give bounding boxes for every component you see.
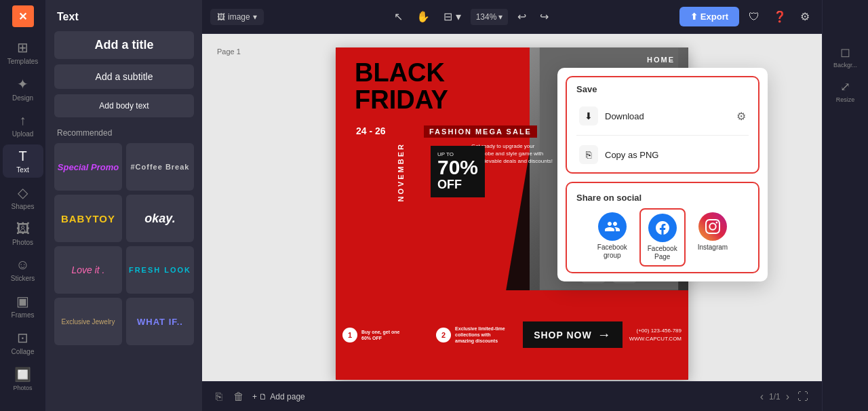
- text-panel: Text Add a title Add a subtitle Add body…: [46, 0, 202, 411]
- frames-icon: ▣: [16, 293, 29, 309]
- font-coffee-break[interactable]: #Coffee Break: [126, 143, 194, 191]
- prev-page-button[interactable]: ‹: [760, 391, 764, 403]
- dates-text: 24 - 26: [356, 125, 386, 136]
- facebook-page-circle: [648, 214, 677, 242]
- font-babytoy[interactable]: BABYTOY: [54, 195, 122, 242]
- sidebar-item-text[interactable]: T Text: [3, 144, 43, 178]
- next-page-button[interactable]: ›: [786, 391, 789, 403]
- fullscreen-button[interactable]: ⛶: [795, 388, 811, 406]
- view-mode-button[interactable]: ⊟ ▾: [439, 7, 465, 26]
- copy-as-png-label: Copy as PNG: [605, 150, 658, 160]
- font-what-if[interactable]: WHAT IF..: [126, 298, 194, 345]
- fashion-mega-sale: FASHION MEGA SALE: [424, 125, 537, 138]
- facebook-page-label: FacebookPage: [648, 245, 677, 261]
- export-button[interactable]: ⬆ Export: [679, 7, 739, 26]
- photos2-icon: 🔲: [14, 366, 31, 383]
- sidebar-item-collage[interactable]: ⊡ Collage: [3, 326, 43, 359]
- right-panel-background[interactable]: ◻ Backgr...: [825, 41, 867, 73]
- social-icons-row: Facebookgroup FacebookPage Instagram: [572, 208, 753, 267]
- panel-title: Text: [46, 0, 202, 28]
- sidebar-item-design[interactable]: ✦ Design: [3, 72, 43, 106]
- sidebar-item-label: Templates: [7, 58, 39, 65]
- add-subtitle-button[interactable]: Add a subtitle: [54, 64, 194, 89]
- font-special-promo[interactable]: Special Promo: [54, 143, 122, 191]
- sidebar-item-label: Photos: [13, 385, 32, 391]
- delete-page-button[interactable]: 🗑: [231, 388, 247, 406]
- sidebar-item-label: Design: [12, 94, 33, 102]
- facebook-page-item[interactable]: FacebookPage: [639, 208, 686, 267]
- sidebar-item-label: Collage: [12, 348, 35, 355]
- sidebar-item-templates[interactable]: ⊞ Templates: [3, 35, 43, 69]
- collage-icon: ⊡: [17, 330, 28, 346]
- stickers-icon: ☺: [16, 257, 29, 273]
- facebook-group-item[interactable]: Facebookgroup: [591, 208, 634, 267]
- sidebar: ✕ ⊞ Templates ✦ Design ↑ Upload T Text ◇…: [0, 0, 46, 411]
- instagram-item[interactable]: Instagram: [691, 208, 734, 267]
- font-exclusive-jewelry[interactable]: Exclusive Jewelry: [54, 298, 122, 345]
- grab-tool-button[interactable]: ✋: [412, 7, 434, 26]
- add-page-icon: + 🗋: [252, 392, 267, 402]
- facebook-group-label: Facebookgroup: [597, 243, 627, 260]
- sidebar-item-frames[interactable]: ▣ Frames: [3, 289, 43, 323]
- font-love-it[interactable]: Love it .: [54, 246, 122, 294]
- step2-text: Exclusive limited-timecollections witham…: [455, 326, 505, 344]
- download-item[interactable]: ⬇ Download ⚙: [570, 100, 755, 132]
- background-icon: ◻: [840, 45, 850, 60]
- sidebar-item-label: Stickers: [11, 275, 35, 282]
- right-panel-resize[interactable]: ⤢ Resize: [825, 75, 867, 107]
- help-button[interactable]: ❓: [769, 7, 791, 26]
- add-title-button[interactable]: Add a title: [54, 31, 194, 59]
- add-page-button[interactable]: + 🗋 Add page: [252, 392, 305, 402]
- font-fresh-look[interactable]: FRESH LOOK: [126, 246, 194, 294]
- font-okay[interactable]: okay.: [126, 195, 194, 242]
- toolbar: 🖼 image ▾ ↖ ✋ ⊟ ▾ 134% ▾ ↩ ↪ ⬆ Export 🛡 …: [202, 0, 822, 34]
- black-text: BLACK: [355, 60, 448, 87]
- save-section: Save ⬇ Download ⚙ ⎘ Copy as PNG: [566, 76, 760, 174]
- shield-icon-button[interactable]: 🛡: [745, 8, 764, 26]
- image-mode-button[interactable]: 🖼 image ▾: [210, 9, 264, 25]
- sidebar-item-photos2[interactable]: 🔲 Photos: [3, 362, 43, 395]
- app-logo: ✕: [12, 5, 34, 27]
- main-area: 🖼 image ▾ ↖ ✋ ⊟ ▾ 134% ▾ ↩ ↪ ⬆ Export 🛡 …: [202, 0, 822, 411]
- sidebar-item-photos[interactable]: 🖼 Photos: [3, 217, 43, 250]
- copy-as-png-item[interactable]: ⎘ Copy as PNG: [570, 138, 755, 171]
- social-section: Share on social Facebookgroup FacebookPa…: [566, 182, 760, 273]
- zoom-control[interactable]: 134% ▾: [471, 9, 509, 25]
- save-header: Save: [567, 77, 758, 98]
- redo-button[interactable]: ↪: [536, 7, 553, 26]
- page-label: Page 1: [217, 47, 241, 56]
- text-icon: T: [18, 149, 26, 164]
- add-body-button[interactable]: Add body text: [54, 94, 194, 117]
- background-label: Backgr...: [833, 62, 857, 68]
- pagination: ‹ 1/1 › ⛶: [760, 388, 811, 406]
- chevron-down-icon: ▾: [498, 12, 502, 22]
- bottom-bar: ⎘ 🗑 + 🗋 Add page ‹ 1/1 › ⛶: [202, 381, 822, 411]
- settings-icon[interactable]: ⚙: [736, 110, 746, 123]
- sidebar-item-label: Text: [16, 166, 28, 174]
- duplicate-page-button[interactable]: ⎘: [213, 388, 225, 406]
- friday-text: FRIDAY: [355, 87, 448, 114]
- sidebar-item-shapes[interactable]: ◇ Shapes: [3, 180, 43, 214]
- step1-number: 1: [342, 328, 357, 342]
- download-icon: ⬇: [579, 106, 598, 125]
- sidebar-item-label: Shapes: [12, 203, 35, 210]
- canvas-wrapper: Page 1 HOME: [202, 34, 822, 381]
- sidebar-item-stickers[interactable]: ☺ Stickers: [3, 253, 43, 286]
- settings-button[interactable]: ⚙: [796, 7, 814, 26]
- download-label: Download: [605, 111, 644, 121]
- instagram-label: Instagram: [698, 243, 728, 252]
- image-icon: 🖼: [217, 12, 225, 22]
- step-2: 2 Exclusive limited-timecollections with…: [429, 326, 523, 344]
- undo-button[interactable]: ↩: [513, 7, 530, 26]
- divider: [576, 135, 749, 136]
- sidebar-item-upload[interactable]: ↑ Upload: [3, 109, 43, 142]
- pointer-tool-button[interactable]: ↖: [390, 7, 407, 26]
- off-text: OFF: [437, 178, 478, 192]
- zoom-value: 134%: [476, 12, 497, 22]
- step1-text: Buy one, get one60% OFF: [361, 329, 399, 341]
- export-icon: ⬆: [690, 12, 698, 22]
- sidebar-item-label: Frames: [12, 311, 35, 319]
- discount-text: 70%: [437, 157, 478, 178]
- design-icon: ✦: [17, 76, 28, 92]
- instagram-circle: [698, 212, 727, 241]
